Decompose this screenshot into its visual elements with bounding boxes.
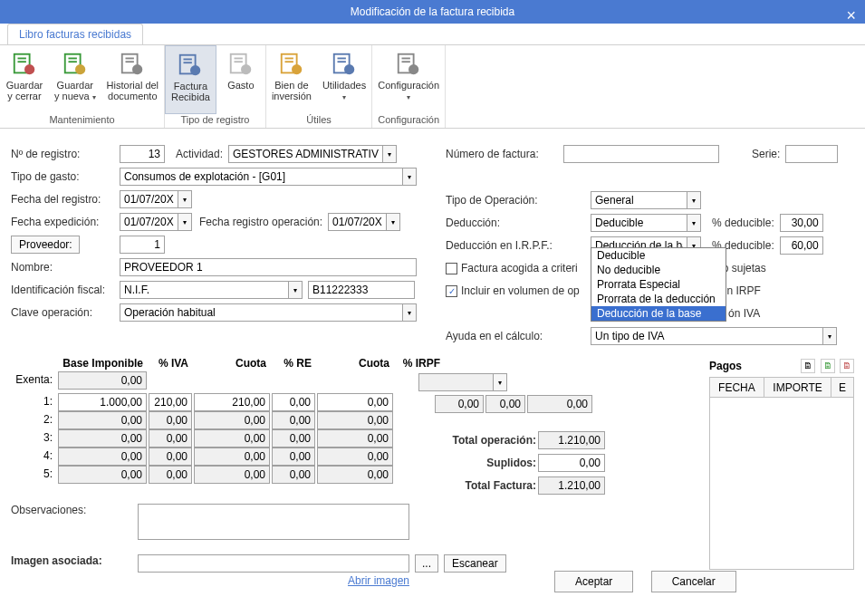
date-fechaexpedicion[interactable] [120, 213, 178, 231]
input-pctded1[interactable] [780, 214, 823, 232]
label-imagenasociada: Imagen asociada: [11, 554, 138, 567]
pago-new-icon[interactable]: 🗎 [801, 359, 815, 373]
cell-cuota [194, 448, 270, 466]
date-fechaexpedicion-btn[interactable]: ▾ [178, 213, 192, 231]
date-fecharegistro[interactable] [120, 190, 178, 208]
ribbon-bien-inversion[interactable]: Bien deinversión [266, 45, 317, 114]
combo-irpf-btn[interactable]: ▾ [493, 373, 507, 391]
ribbon-guardar-cerrar[interactable]: Guardary cerrar [0, 45, 49, 114]
close-icon[interactable]: × [846, 4, 856, 27]
combo-ayudacalculo-btn[interactable]: ▾ [822, 327, 837, 345]
checkbox-incluir-volumen[interactable]: ✓ [446, 285, 457, 297]
pago-edit-icon[interactable]: 🗎 [821, 359, 835, 373]
date-fecharegop[interactable] [328, 213, 386, 231]
cancelar-button[interactable]: Cancelar [651, 571, 736, 592]
aceptar-button[interactable]: Aceptar [554, 571, 633, 592]
grid-header: Base Imponible % IVA Cuota % RE Cuota % … [11, 355, 511, 371]
cell-exenta [58, 371, 147, 390]
cell-cuota2 [317, 448, 393, 466]
label-incluirvolumen: Incluir en volumen de op [461, 284, 580, 297]
ribbon-guardar-nueva[interactable]: Guardary nueva ▾ [49, 45, 101, 114]
proveedor-button[interactable]: Proveedor: [11, 236, 80, 254]
label-idfiscal: Identificación fiscal: [11, 284, 120, 296]
svg-rect-18 [234, 61, 242, 63]
date-fecharegop-btn[interactable]: ▾ [386, 213, 400, 231]
dropdown-deduccion-irpf[interactable]: DeducibleNo deducibleProrrata EspecialPr… [591, 247, 726, 322]
scan-button[interactable]: Escanear [444, 554, 506, 573]
input-pctded2[interactable] [780, 236, 823, 255]
ribbon-factura-recibida[interactable]: FacturaRecibida [165, 45, 216, 114]
cell-iva [149, 429, 192, 448]
dropdown-opt[interactable]: No deducible [591, 263, 726, 277]
cell-iva [149, 466, 192, 484]
svg-rect-6 [68, 61, 76, 63]
cell-re [272, 411, 315, 429]
checkbox-factura-caja[interactable] [446, 263, 457, 274]
ribbon-utilidades[interactable]: Utilidades ▾ [317, 45, 371, 114]
combo-idfiscal-tipo-btn[interactable]: ▾ [288, 281, 303, 299]
cell-cuota [194, 411, 270, 429]
combo-tipogasto-btn[interactable]: ▾ [402, 168, 417, 186]
combo-idfiscal-tipo[interactable] [120, 281, 288, 299]
tab-libro-facturas[interactable]: Libro facturas recibidas [7, 24, 143, 44]
input-idfiscal-num[interactable] [308, 281, 415, 299]
dropdown-opt[interactable]: Prorrata Especial [591, 277, 726, 292]
tab-strip: Libro facturas recibidas [0, 24, 865, 45]
combo-tipogasto[interactable] [120, 168, 402, 186]
cell-iva[interactable] [149, 393, 192, 411]
combo-deduccion-btn[interactable]: ▾ [687, 214, 701, 232]
combo-claveop[interactable] [120, 303, 402, 322]
combo-tipoop[interactable] [591, 191, 687, 209]
cell-re [272, 448, 315, 466]
cell-base [58, 448, 147, 466]
combo-deduccion[interactable] [591, 214, 687, 232]
cell-base[interactable] [58, 393, 147, 411]
cell-base [58, 411, 147, 429]
svg-point-7 [75, 64, 85, 74]
svg-rect-29 [402, 58, 410, 60]
col-re: % RE [270, 355, 315, 371]
pagos-col-importe[interactable]: IMPORTE [764, 378, 831, 398]
combo-claveop-btn[interactable]: ▾ [402, 303, 417, 322]
input-nregistro[interactable] [120, 145, 165, 163]
cell-irpf-1 [435, 395, 484, 413]
ribbon-configuracion[interactable]: Configuración ▾ [372, 45, 445, 114]
pagos-panel: Pagos 🗎 🗎 🗎 FECHA IMPORTE E [709, 359, 854, 570]
pagos-col-fecha[interactable]: FECHA [710, 378, 764, 398]
input-proveedor[interactable] [120, 236, 165, 254]
pago-del-icon[interactable]: 🗎 [840, 359, 854, 373]
date-fecharegistro-btn[interactable]: ▾ [178, 190, 192, 208]
dropdown-opt[interactable]: Prorrata de la deducción [591, 292, 726, 306]
combo-tipoop-btn[interactable]: ▾ [687, 191, 701, 209]
label-claveop: Clave operación: [11, 306, 120, 319]
cell-re[interactable] [272, 393, 315, 411]
input-numfactura[interactable] [563, 145, 719, 163]
combo-ayudacalculo[interactable] [591, 327, 822, 345]
abrir-imagen-link[interactable]: Abrir imagen [348, 574, 409, 587]
cell-base [58, 429, 147, 448]
pagos-body[interactable] [709, 398, 854, 570]
val-suplidos[interactable] [538, 454, 605, 472]
input-imagenasociada[interactable] [138, 554, 409, 573]
cell-cuota2[interactable] [317, 393, 393, 411]
pagos-col-e[interactable]: E [831, 378, 854, 398]
label-irpf-tail: ón IRPF [721, 284, 761, 297]
input-serie[interactable] [785, 145, 838, 163]
browse-button[interactable]: ... [415, 554, 438, 573]
label-totalop: Total operación: [417, 434, 536, 447]
input-nombre[interactable] [120, 258, 417, 276]
label-fechaexpedicion: Fecha expedición: [11, 216, 120, 228]
svg-point-27 [344, 64, 354, 74]
ribbon-gasto[interactable]: Gasto [216, 45, 265, 114]
ribbon-historial[interactable]: Historial deldocumento [101, 45, 164, 114]
dropdown-opt[interactable]: Deducible [591, 248, 726, 263]
cell-cuota [194, 429, 270, 448]
textarea-observaciones[interactable] [138, 504, 409, 540]
cell-cuota[interactable] [194, 393, 270, 411]
dropdown-opt[interactable]: Deducción de la base [591, 306, 726, 321]
title-bar: Modificación de la factura recibida × [0, 0, 865, 24]
svg-rect-13 [184, 59, 192, 61]
combo-actividad[interactable] [228, 145, 382, 163]
row-exenta-label: Exenta: [11, 371, 56, 393]
combo-actividad-btn[interactable]: ▾ [382, 145, 397, 163]
